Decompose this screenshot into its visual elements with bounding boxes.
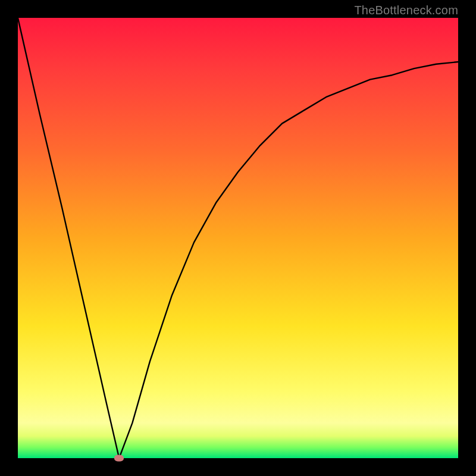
attribution-text: TheBottleneck.com [354, 4, 458, 17]
optimum-marker [114, 455, 124, 462]
chart-frame: TheBottleneck.com [0, 0, 476, 476]
bottleneck-curve [18, 18, 458, 458]
plot-area [18, 18, 458, 458]
